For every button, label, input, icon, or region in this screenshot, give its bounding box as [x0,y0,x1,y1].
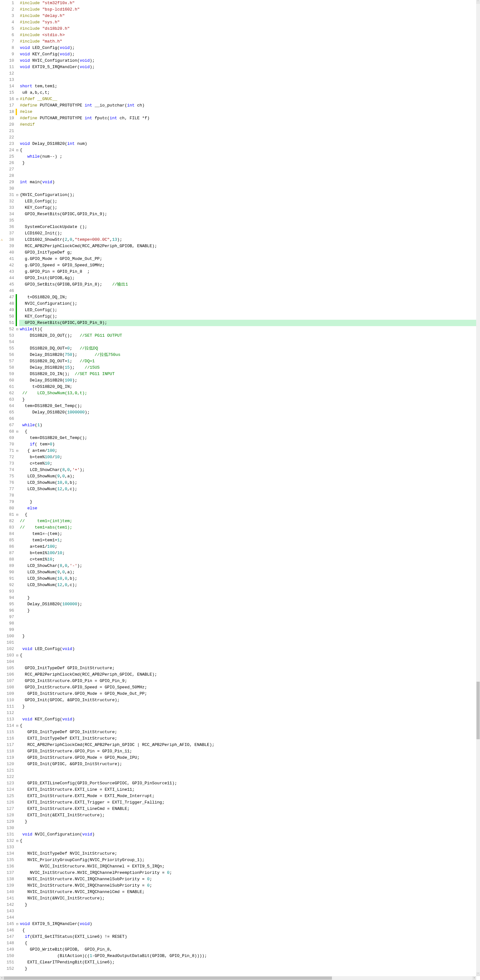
code-line[interactable]: LCD_ShowNum(9,0,a); [19,473,476,480]
line-number[interactable]: 14 [3,83,14,89]
code-line[interactable]: EXTI_InitStructure.EXTI_Trigger = EXTI_T… [19,799,476,806]
code-line[interactable]: #include "bsp-lcd1602.h" [19,6,476,13]
line-number[interactable]: 25 [3,153,14,160]
line-number[interactable]: 51 [3,320,14,326]
line-number[interactable]: 84 [3,531,14,537]
line-number[interactable]: 97 [3,614,14,620]
line-number[interactable]: 39 [3,243,14,250]
code-line[interactable]: c=tem1%10; [19,556,476,563]
code-line[interactable]: GPIO_InitTypeDef GPIO_InitStructure; [19,729,476,735]
line-number[interactable]: 138 [3,876,14,883]
line-number[interactable]: 47 [3,294,14,301]
line-number[interactable]: 130 [3,825,14,831]
code-line[interactable]: // tem1=abs(tem1); [19,524,476,531]
line-number[interactable]: 19 [3,115,14,121]
code-line[interactable]: void LED_Config(void) [19,646,476,652]
code-line[interactable]: } [19,966,476,972]
line-number[interactable]: 24 [3,147,14,153]
code-line[interactable]: GPIO_Init(GPIOC, &GPIO_InitStructure); [19,761,476,767]
code-line[interactable]: } [19,499,476,505]
code-line[interactable]: NVIC_InitStructure.NVIC_IRQChannelCmd = … [19,889,476,895]
code-line[interactable]: void EXTI9_5_IRQHandler(void); [19,64,476,70]
line-number[interactable]: 128 [3,812,14,819]
code-line[interactable]: { a=tem/100; [19,448,476,454]
code-line[interactable]: if(EXTI_GetITStatus(EXTI_Line6) != RESET… [19,934,476,940]
line-number[interactable]: 152 [3,966,14,972]
line-number[interactable]: 1 [3,0,14,6]
code-line[interactable] [19,339,476,345]
line-number[interactable]: 46 [3,288,14,294]
code-line[interactable]: LCD_ShowNum(10,0,b); [19,576,476,582]
code-line[interactable]: { [19,927,476,934]
line-number[interactable]: 4 [3,19,14,25]
code-line[interactable]: GPIO_InitTypeDef g; [19,250,476,256]
line-number[interactable]: 48 [3,301,14,307]
code-line[interactable] [19,825,476,831]
line-number[interactable]: 82 [3,518,14,524]
line-number[interactable]: 121 [3,767,14,774]
code-line[interactable] [19,134,476,141]
line-number[interactable]: 53 [3,332,14,339]
line-number[interactable]: 6 [3,32,14,38]
code-line[interactable]: SystemCoreClockUpdate (); [19,224,476,230]
code-line[interactable]: b=tem%100/10; [19,454,476,460]
code-line[interactable]: {NVIC_Configuration(); [19,192,476,198]
horizontal-scrollbar[interactable]: ‹ › [0,976,476,980]
code-line[interactable]: NVIC_Init(&NVIC_InitStructure); [19,895,476,902]
line-number[interactable]: 22 [3,134,14,141]
line-number[interactable]: 83 [3,524,14,531]
line-number[interactable]: 72 [3,454,14,460]
code-line[interactable] [19,614,476,620]
fold-collapse-icon[interactable]: ⊟ [15,326,19,332]
code-line[interactable] [19,166,476,173]
line-number[interactable]: 134 [3,851,14,857]
code-line[interactable] [19,70,476,77]
code-line[interactable]: Delay_DS18B20(750); //拉低750us [19,352,476,358]
code-line[interactable]: NVIC_InitTypeDef NVIC_InitStructure; [19,851,476,857]
code-line[interactable]: #include <stdio.h> [19,32,476,38]
line-number[interactable]: 146 [3,927,14,934]
line-number[interactable]: 95 [3,601,14,608]
line-number[interactable]: 149 [3,947,14,953]
line-number[interactable]: 122 [3,774,14,780]
code-line[interactable]: EXTI_InitStructure.EXTI_Line = EXTI_Line… [19,787,476,793]
code-line[interactable]: b=tem1%100/10; [19,550,476,556]
code-line[interactable]: } [19,595,476,601]
line-number[interactable]: 21 [3,128,14,134]
code-line[interactable]: tem=DS18B20_Get_Temp(); [19,435,476,441]
line-number[interactable]: 16 [3,96,14,102]
line-number[interactable]: 9 [3,51,14,57]
code-line[interactable]: } [19,160,476,166]
code-line[interactable]: #endif [19,121,476,128]
line-number[interactable]: 108 [3,684,14,690]
code-line[interactable]: g.GPIO_Pin = GPIO_Pin_8 ; [19,269,476,275]
line-number[interactable]: 3 [3,13,14,19]
code-line[interactable]: #define PUTCHAR_PROTOTYPE int __io_putch… [19,102,476,109]
code-line[interactable]: GPIO_Init(GPIOB,&g); [19,275,476,282]
code-line[interactable]: LCD_ShowChar(8,0,'+'); [19,467,476,473]
code-line[interactable]: (BitAction)((1-GPIO_ReadOutputDataBit(GP… [19,953,476,959]
line-number[interactable]: 17 [3,102,14,109]
line-number[interactable]: 126 [3,799,14,806]
code-line[interactable]: DS18B20_DQ_OUT=1; //DQ=1 [19,358,476,364]
code-line[interactable]: DS18B20_DQ_OUT=0; //拉低DQ [19,345,476,352]
code-line[interactable]: a=tem1/100; [19,544,476,550]
line-number[interactable]: 67 [3,422,14,428]
line-number[interactable]: 112 [3,710,14,716]
line-number[interactable]: 140 [3,889,14,895]
line-number[interactable]: 28 [3,173,14,179]
line-number[interactable]: 33 [3,205,14,211]
line-number[interactable]: 151 [3,959,14,966]
line-number[interactable]: 27 [3,166,14,173]
line-number[interactable]: 78 [3,492,14,499]
line-number[interactable]: 44 [3,275,14,282]
scrollbar-left-arrow-icon[interactable]: ‹ [0,976,4,980]
code-line[interactable]: g.GPIO_Mode = GPIO_Mode_Out_PP; [19,256,476,262]
fold-column[interactable]: ⊟⊟⊟⊟⊟⊟⊟⊟⊟⊟⊟ [15,0,19,974]
line-number[interactable]: 36 [3,224,14,230]
code-line[interactable]: LED_Config(); [19,307,476,313]
line-number[interactable]: 15 [3,89,14,96]
line-number[interactable]: 62 [3,390,14,396]
code-line[interactable]: GPIO_WriteBit(GPIOB, GPIO_Pin_8, [19,947,476,953]
code-line[interactable]: tem1=tem1+1; [19,537,476,544]
